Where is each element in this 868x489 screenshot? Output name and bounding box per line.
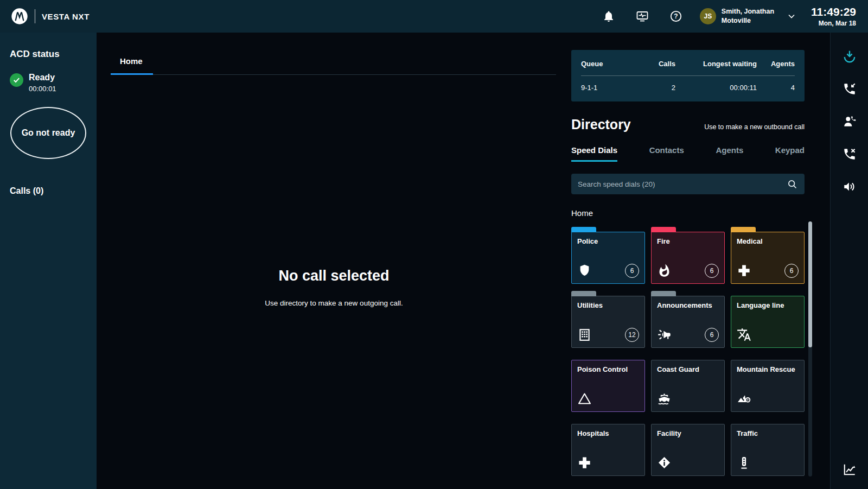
directory-tab-contacts[interactable]: Contacts bbox=[649, 145, 684, 162]
queue-row[interactable]: 9-1-1200:00:114 bbox=[581, 83, 795, 92]
call-pickup-button[interactable] bbox=[838, 45, 861, 68]
search-icon bbox=[787, 179, 798, 190]
tab-home[interactable]: Home bbox=[111, 54, 143, 66]
directory-tab-speed-dials[interactable]: Speed Dials bbox=[571, 145, 617, 162]
tile-label: Police bbox=[577, 238, 639, 246]
user-org: Motoville bbox=[722, 16, 774, 26]
search-input[interactable] bbox=[578, 180, 787, 188]
speed-dial-tile[interactable]: Medical6 bbox=[731, 232, 805, 284]
queue-cell: 2 bbox=[640, 83, 675, 92]
agent-call-button[interactable] bbox=[838, 110, 861, 134]
user-name: Smith, Jonathan bbox=[722, 7, 774, 16]
queue-summary-card: QueueCallsLongest waitingAgents 9-1-1200… bbox=[571, 50, 805, 101]
go-not-ready-button[interactable]: Go not ready bbox=[10, 107, 86, 159]
incoming-call-button[interactable] bbox=[838, 77, 861, 101]
tile-bottom bbox=[737, 327, 799, 342]
tile-label: Traffic bbox=[737, 430, 799, 438]
speed-dial-tile[interactable]: Fire6 bbox=[651, 232, 725, 284]
clock: 11:49:29 Mon, Mar 18 bbox=[811, 5, 856, 27]
speed-dial-cell-traffic: Traffic bbox=[731, 418, 805, 476]
agent-call-icon bbox=[843, 115, 857, 129]
user-menu[interactable]: JS Smith, Jonathan Motoville bbox=[700, 7, 797, 26]
speed-dial-cell-announcements: Announcements6 bbox=[651, 290, 725, 348]
speed-dial-tile[interactable]: Mountain Rescue bbox=[731, 360, 805, 412]
tile-bottom: 6 bbox=[577, 263, 639, 278]
tile-bottom bbox=[737, 455, 799, 470]
tile-label: Poison Control bbox=[577, 366, 639, 374]
directory-tab-agents[interactable]: Agents bbox=[716, 145, 743, 162]
search-icon[interactable] bbox=[787, 179, 798, 190]
wallboard-icon bbox=[636, 10, 649, 23]
tile-label: Hospitals bbox=[577, 430, 639, 438]
tile-count-badge: 6 bbox=[705, 328, 719, 342]
motorola-logo-icon bbox=[11, 8, 28, 25]
chevron-down-icon[interactable] bbox=[786, 11, 797, 22]
speed-dial-tile[interactable]: Police6 bbox=[571, 232, 645, 284]
queue-header-agents: Agents bbox=[757, 59, 795, 68]
speed-dial-tile[interactable]: Announcements6 bbox=[651, 296, 725, 348]
tile-label: Medical bbox=[737, 238, 799, 246]
call-workspace: Home No call selected Use directory to m… bbox=[97, 33, 571, 489]
speed-dial-cell-police: Police6 bbox=[571, 226, 645, 284]
directory-scrollbar[interactable] bbox=[808, 221, 812, 477]
folder-tab bbox=[731, 227, 756, 232]
speed-dial-tile[interactable]: Hospitals bbox=[571, 424, 645, 476]
folder-tab bbox=[571, 291, 596, 296]
speed-dial-tile[interactable]: Utilities12 bbox=[571, 296, 645, 348]
queue-cell: 00:00:11 bbox=[675, 83, 757, 92]
tab-home-underline bbox=[111, 73, 153, 75]
volume-icon bbox=[843, 180, 857, 194]
traffic-light-icon bbox=[737, 455, 751, 470]
tile-bottom bbox=[577, 391, 639, 406]
tile-bottom: 6 bbox=[737, 263, 799, 278]
ready-check-icon bbox=[10, 73, 23, 87]
brand-divider bbox=[35, 9, 35, 23]
speed-dial-tile[interactable]: Poison Control bbox=[571, 360, 645, 412]
hospital-cross-icon bbox=[577, 455, 592, 470]
tile-label: Facility bbox=[657, 430, 719, 438]
calls-count-label: Calls (0) bbox=[10, 186, 87, 196]
empty-state-hint: Use directory to make a new outgoing cal… bbox=[265, 299, 403, 307]
header-actions: ? bbox=[601, 9, 684, 24]
clock-time: 11:49:29 bbox=[811, 5, 856, 18]
call-decline-button[interactable] bbox=[838, 142, 861, 166]
tile-count-badge: 6 bbox=[625, 264, 639, 278]
acd-state-row: Ready 00:00:01 bbox=[10, 73, 87, 93]
speed-dial-grid: Police6Fire6Medical6Utilities12Announcem… bbox=[571, 226, 805, 476]
help-button[interactable]: ? bbox=[668, 9, 684, 24]
tile-label: Language line bbox=[737, 302, 799, 310]
tile-bottom bbox=[657, 455, 719, 470]
volume-button[interactable] bbox=[838, 175, 861, 199]
directory-tab-keypad[interactable]: Keypad bbox=[775, 145, 805, 162]
speed-dial-cell-poison-control: Poison Control bbox=[571, 354, 645, 412]
speed-dial-tile[interactable]: Language line bbox=[731, 296, 805, 348]
tile-label: Utilities bbox=[577, 302, 639, 310]
directory-panel: QueueCallsLongest waitingAgents 9-1-1200… bbox=[571, 33, 830, 489]
motorola-m-icon bbox=[11, 8, 28, 25]
speed-dial-section-label: Home bbox=[571, 208, 830, 218]
notifications-button[interactable] bbox=[601, 9, 616, 24]
help-icon: ? bbox=[669, 10, 682, 23]
folder-tab bbox=[571, 227, 596, 232]
incoming-call-icon bbox=[843, 82, 857, 96]
tile-label: Announcements bbox=[657, 302, 719, 310]
speed-dial-cell-fire: Fire6 bbox=[651, 226, 725, 284]
top-bar: VESTA NXT ? JS Smith, Jonathan Motoville… bbox=[0, 0, 868, 33]
queue-header-longest-waiting: Longest waiting bbox=[675, 59, 757, 68]
medical-cross-icon bbox=[737, 263, 751, 278]
speed-dial-search[interactable] bbox=[571, 174, 805, 194]
speed-dial-tile[interactable]: Traffic bbox=[731, 424, 805, 476]
scrollbar-thumb[interactable] bbox=[808, 221, 812, 347]
queue-rows: 9-1-1200:00:114 bbox=[581, 83, 795, 92]
tile-count-badge: 12 bbox=[625, 328, 639, 342]
translate-icon bbox=[737, 327, 751, 342]
report-stats-button[interactable] bbox=[838, 458, 861, 481]
tile-label: Mountain Rescue bbox=[737, 366, 799, 374]
building-icon bbox=[577, 327, 592, 342]
speed-dial-tile[interactable]: Facility bbox=[651, 424, 725, 476]
wallboard-button[interactable] bbox=[635, 9, 650, 24]
facility-diamond-icon bbox=[657, 455, 672, 470]
tile-bottom: 12 bbox=[577, 327, 639, 342]
speed-dial-tile[interactable]: Coast Guard bbox=[651, 360, 725, 412]
speed-dial-cell-hospitals: Hospitals bbox=[571, 418, 645, 476]
